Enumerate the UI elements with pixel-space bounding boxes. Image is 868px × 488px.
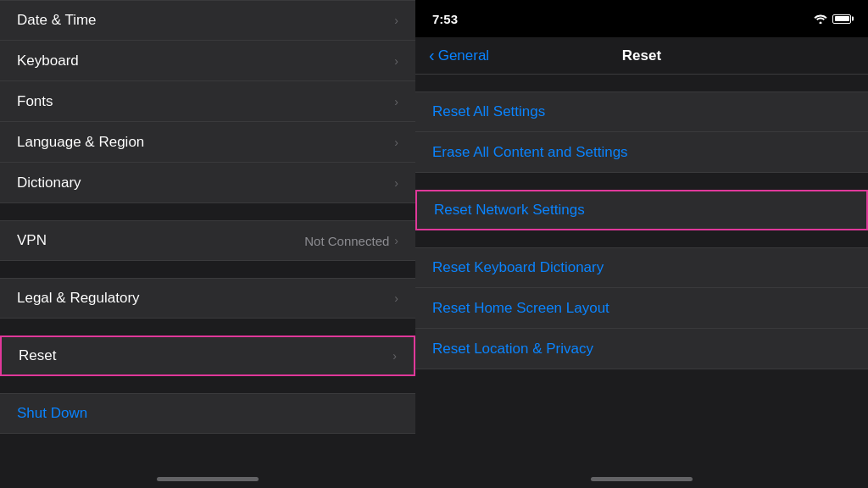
settings-item-shutdown[interactable]: Shut Down [0,393,415,434]
settings-item-dictionary[interactable]: Dictionary › [0,163,415,203]
settings-item-value: Not Connected [304,234,389,248]
reset-item-label: Reset Home Screen Layout [432,300,609,317]
settings-item-label: VPN [17,232,47,249]
settings-item-date-time[interactable]: Date & Time › [0,0,415,41]
right-panel: 7:53 ✈ ‹ General Reset [415,0,868,488]
chevron-icon: › [394,14,398,27]
settings-item-vpn[interactable]: VPN Not Connected › [0,220,415,261]
settings-group-2: VPN Not Connected › [0,220,415,261]
home-bar-right [591,477,693,481]
left-panel: Date & Time › Keyboard › Fonts › Languag… [0,0,415,488]
settings-group-4: Reset › [0,336,415,376]
settings-item-label: Fonts [17,93,53,110]
status-icons: ✈ [799,13,851,25]
reset-item-location-privacy[interactable]: Reset Location & Privacy [415,329,868,369]
settings-item-keyboard[interactable]: Keyboard › [0,41,415,81]
back-chevron-icon: ‹ [429,47,435,64]
settings-list: Date & Time › Keyboard › Fonts › Languag… [0,0,415,459]
nav-back-button[interactable]: ‹ General [429,47,489,64]
airplane-icon: ✈ [799,13,809,25]
group-separator-4 [0,376,415,393]
settings-group-3: Legal & Regulatory › [0,278,415,319]
reset-group-1: Reset All Settings Erase All Content and… [415,92,868,173]
settings-item-language-region[interactable]: Language & Region › [0,122,415,163]
reset-item-home-screen[interactable]: Reset Home Screen Layout [415,288,868,329]
status-time: 7:53 [432,12,458,26]
reset-item-label: Erase All Content and Settings [432,144,628,161]
nav-back-label: General [438,47,489,64]
reset-item-label: Reset Location & Privacy [432,341,593,358]
group-separator-3 [0,319,415,336]
reset-item-label: Reset Network Settings [434,202,585,219]
home-indicator-right [415,459,868,488]
reset-item-erase-all[interactable]: Erase All Content and Settings [415,132,868,173]
nav-title: Reset [622,47,661,64]
settings-group-shutdown: Shut Down [0,393,415,434]
battery-icon [832,14,851,24]
chevron-icon: › [394,234,398,247]
battery-body [832,14,851,24]
group-separator-2 [0,261,415,278]
battery-fill [835,16,849,21]
settings-item-legal[interactable]: Legal & Regulatory › [0,278,415,319]
chevron-icon: › [394,95,398,108]
settings-item-label: Reset [19,347,56,364]
settings-item-label: Keyboard [17,53,79,69]
wifi-icon [814,14,827,24]
reset-group-3: Reset Keyboard Dictionary Reset Home Scr… [415,247,868,369]
shutdown-label: Shut Down [17,405,87,422]
settings-item-reset[interactable]: Reset › [0,336,415,376]
reset-group-2: Reset Network Settings [415,190,868,230]
chevron-icon: › [392,349,397,363]
chevron-icon: › [394,176,398,190]
nav-bar: ‹ General Reset [415,37,868,75]
settings-item-label: Legal & Regulatory [17,290,140,307]
reset-item-keyboard-dict[interactable]: Reset Keyboard Dictionary [415,247,868,288]
settings-item-fonts[interactable]: Fonts › [0,81,415,122]
chevron-icon: › [394,54,398,68]
settings-group-1: Date & Time › Keyboard › Fonts › Languag… [0,0,415,203]
reset-item-network-settings[interactable]: Reset Network Settings [415,190,868,230]
status-bar: 7:53 ✈ [415,0,868,37]
home-bar [157,477,259,481]
reset-item-label: Reset All Settings [432,103,545,120]
chevron-icon: › [394,291,398,305]
reset-item-all-settings[interactable]: Reset All Settings [415,92,868,132]
home-indicator [0,459,415,488]
settings-item-label: Language & Region [17,134,144,151]
reset-item-label: Reset Keyboard Dictionary [432,259,604,276]
settings-item-label: Dictionary [17,175,81,191]
group-separator-1 [0,203,415,220]
chevron-icon: › [394,136,398,149]
reset-list: Reset All Settings Erase All Content and… [415,75,868,459]
settings-item-label: Date & Time [17,12,97,29]
